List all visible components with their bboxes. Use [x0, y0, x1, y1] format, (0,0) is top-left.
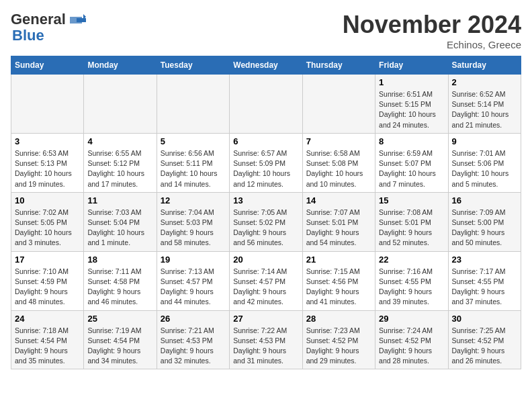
calendar-week-row: 1Sunrise: 6:51 AM Sunset: 5:15 PM Daylig…	[11, 75, 521, 134]
col-header-saturday: Saturday	[448, 56, 521, 75]
calendar-cell: 24Sunrise: 7:18 AM Sunset: 4:54 PM Dayli…	[11, 310, 84, 369]
calendar-table: SundayMondayTuesdayWednesdayThursdayFrid…	[11, 56, 521, 369]
calendar-cell: 9Sunrise: 7:01 AM Sunset: 5:06 PM Daylig…	[448, 133, 521, 192]
calendar-cell: 28Sunrise: 7:23 AM Sunset: 4:52 PM Dayli…	[302, 310, 375, 369]
day-number: 5	[161, 136, 226, 146]
calendar-cell: 17Sunrise: 7:10 AM Sunset: 4:59 PM Dayli…	[11, 251, 84, 310]
day-info: Sunrise: 7:18 AM Sunset: 4:54 PM Dayligh…	[15, 326, 80, 367]
day-number: 17	[15, 255, 80, 265]
calendar-cell: 12Sunrise: 7:04 AM Sunset: 5:03 PM Dayli…	[157, 192, 229, 251]
day-number: 24	[15, 314, 80, 324]
day-info: Sunrise: 7:04 AM Sunset: 5:03 PM Dayligh…	[161, 208, 226, 248]
calendar-cell: 26Sunrise: 7:21 AM Sunset: 4:53 PM Dayli…	[157, 310, 229, 369]
day-number: 25	[87, 314, 152, 324]
day-info: Sunrise: 7:21 AM Sunset: 4:53 PM Dayligh…	[161, 326, 226, 367]
calendar-week-row: 3Sunrise: 6:53 AM Sunset: 5:13 PM Daylig…	[11, 133, 521, 192]
day-info: Sunrise: 6:51 AM Sunset: 5:15 PM Dayligh…	[379, 89, 444, 130]
day-info: Sunrise: 6:55 AM Sunset: 5:12 PM Dayligh…	[87, 148, 152, 189]
calendar-cell: 22Sunrise: 7:16 AM Sunset: 4:55 PM Dayli…	[375, 251, 448, 310]
day-number: 13	[233, 195, 298, 205]
day-info: Sunrise: 7:13 AM Sunset: 4:57 PM Dayligh…	[161, 267, 226, 308]
day-number: 2	[452, 77, 517, 87]
day-info: Sunrise: 7:22 AM Sunset: 4:53 PM Dayligh…	[233, 326, 298, 367]
day-number: 3	[15, 136, 80, 146]
day-info: Sunrise: 7:24 AM Sunset: 4:52 PM Dayligh…	[379, 326, 444, 367]
calendar-cell: 19Sunrise: 7:13 AM Sunset: 4:57 PM Dayli…	[157, 251, 229, 310]
day-number: 26	[161, 314, 226, 324]
calendar-header-row: SundayMondayTuesdayWednesdayThursdayFrid…	[11, 56, 521, 75]
day-number: 7	[306, 136, 371, 146]
day-number: 15	[379, 195, 444, 205]
col-header-sunday: Sunday	[11, 56, 84, 75]
day-number: 9	[452, 136, 517, 146]
svg-marker-2	[77, 18, 86, 22]
day-info: Sunrise: 6:52 AM Sunset: 5:14 PM Dayligh…	[452, 89, 517, 130]
day-info: Sunrise: 6:53 AM Sunset: 5:13 PM Dayligh…	[15, 148, 80, 189]
day-number: 23	[452, 255, 517, 265]
day-number: 14	[306, 195, 371, 205]
col-header-friday: Friday	[375, 56, 448, 75]
day-info: Sunrise: 7:07 AM Sunset: 5:01 PM Dayligh…	[306, 208, 371, 248]
calendar-week-row: 10Sunrise: 7:02 AM Sunset: 5:05 PM Dayli…	[11, 192, 521, 251]
day-number: 30	[452, 314, 517, 324]
col-header-tuesday: Tuesday	[157, 56, 229, 75]
day-number: 21	[306, 255, 371, 265]
logo: General Blue	[11, 11, 86, 44]
calendar-cell: 2Sunrise: 6:52 AM Sunset: 5:14 PM Daylig…	[448, 75, 521, 134]
calendar-cell: 8Sunrise: 6:59 AM Sunset: 5:07 PM Daylig…	[375, 133, 448, 192]
calendar-cell: 11Sunrise: 7:03 AM Sunset: 5:04 PM Dayli…	[84, 192, 157, 251]
calendar-cell: 25Sunrise: 7:19 AM Sunset: 4:54 PM Dayli…	[84, 310, 157, 369]
day-number: 11	[87, 195, 152, 205]
calendar-cell	[157, 75, 229, 134]
logo-blue-text: Blue	[12, 27, 44, 44]
day-info: Sunrise: 7:10 AM Sunset: 4:59 PM Dayligh…	[15, 267, 80, 308]
day-info: Sunrise: 7:01 AM Sunset: 5:06 PM Dayligh…	[452, 148, 517, 189]
col-header-monday: Monday	[84, 56, 157, 75]
calendar-cell: 14Sunrise: 7:07 AM Sunset: 5:01 PM Dayli…	[302, 192, 375, 251]
logo-text: General	[11, 11, 66, 28]
calendar-cell: 16Sunrise: 7:09 AM Sunset: 5:00 PM Dayli…	[448, 192, 521, 251]
calendar-cell: 20Sunrise: 7:14 AM Sunset: 4:57 PM Dayli…	[230, 251, 302, 310]
calendar-cell: 7Sunrise: 6:58 AM Sunset: 5:08 PM Daylig…	[302, 133, 375, 192]
day-info: Sunrise: 7:16 AM Sunset: 4:55 PM Dayligh…	[379, 267, 444, 308]
day-number: 8	[379, 136, 444, 146]
calendar-week-row: 24Sunrise: 7:18 AM Sunset: 4:54 PM Dayli…	[11, 310, 521, 369]
calendar-cell: 5Sunrise: 6:56 AM Sunset: 5:11 PM Daylig…	[157, 133, 229, 192]
day-number: 4	[87, 136, 152, 146]
month-title: November 2024	[343, 11, 521, 39]
day-info: Sunrise: 7:25 AM Sunset: 4:52 PM Dayligh…	[452, 326, 517, 367]
calendar-cell: 4Sunrise: 6:55 AM Sunset: 5:12 PM Daylig…	[84, 133, 157, 192]
calendar-cell: 30Sunrise: 7:25 AM Sunset: 4:52 PM Dayli…	[448, 310, 521, 369]
day-info: Sunrise: 7:03 AM Sunset: 5:04 PM Dayligh…	[87, 208, 152, 248]
calendar-cell: 10Sunrise: 7:02 AM Sunset: 5:05 PM Dayli…	[11, 192, 84, 251]
calendar-cell: 27Sunrise: 7:22 AM Sunset: 4:53 PM Dayli…	[230, 310, 302, 369]
day-number: 29	[379, 314, 444, 324]
calendar-cell: 18Sunrise: 7:11 AM Sunset: 4:58 PM Dayli…	[84, 251, 157, 310]
day-info: Sunrise: 6:58 AM Sunset: 5:08 PM Dayligh…	[306, 148, 371, 189]
page-header: General Blue November 2024 Echinos, Gree…	[11, 11, 521, 50]
day-number: 22	[379, 255, 444, 265]
day-info: Sunrise: 7:08 AM Sunset: 5:01 PM Dayligh…	[379, 208, 444, 248]
calendar-cell: 13Sunrise: 7:05 AM Sunset: 5:02 PM Dayli…	[230, 192, 302, 251]
day-number: 28	[306, 314, 371, 324]
day-number: 12	[161, 195, 226, 205]
day-info: Sunrise: 7:15 AM Sunset: 4:56 PM Dayligh…	[306, 267, 371, 308]
day-number: 27	[233, 314, 298, 324]
day-number: 18	[87, 255, 152, 265]
day-info: Sunrise: 7:02 AM Sunset: 5:05 PM Dayligh…	[15, 208, 80, 248]
day-info: Sunrise: 7:23 AM Sunset: 4:52 PM Dayligh…	[306, 326, 371, 367]
day-number: 16	[452, 195, 517, 205]
day-number: 10	[15, 195, 80, 205]
day-info: Sunrise: 6:57 AM Sunset: 5:09 PM Dayligh…	[233, 148, 298, 189]
day-info: Sunrise: 6:59 AM Sunset: 5:07 PM Dayligh…	[379, 148, 444, 189]
calendar-week-row: 17Sunrise: 7:10 AM Sunset: 4:59 PM Dayli…	[11, 251, 521, 310]
calendar-cell: 15Sunrise: 7:08 AM Sunset: 5:01 PM Dayli…	[375, 192, 448, 251]
day-info: Sunrise: 6:56 AM Sunset: 5:11 PM Dayligh…	[161, 148, 226, 189]
calendar-cell: 1Sunrise: 6:51 AM Sunset: 5:15 PM Daylig…	[375, 75, 448, 134]
day-number: 19	[161, 255, 226, 265]
logo-arrow-icon	[67, 13, 86, 28]
calendar-cell	[302, 75, 375, 134]
calendar-cell: 23Sunrise: 7:17 AM Sunset: 4:55 PM Dayli…	[448, 251, 521, 310]
calendar-cell: 3Sunrise: 6:53 AM Sunset: 5:13 PM Daylig…	[11, 133, 84, 192]
calendar-cell: 21Sunrise: 7:15 AM Sunset: 4:56 PM Dayli…	[302, 251, 375, 310]
